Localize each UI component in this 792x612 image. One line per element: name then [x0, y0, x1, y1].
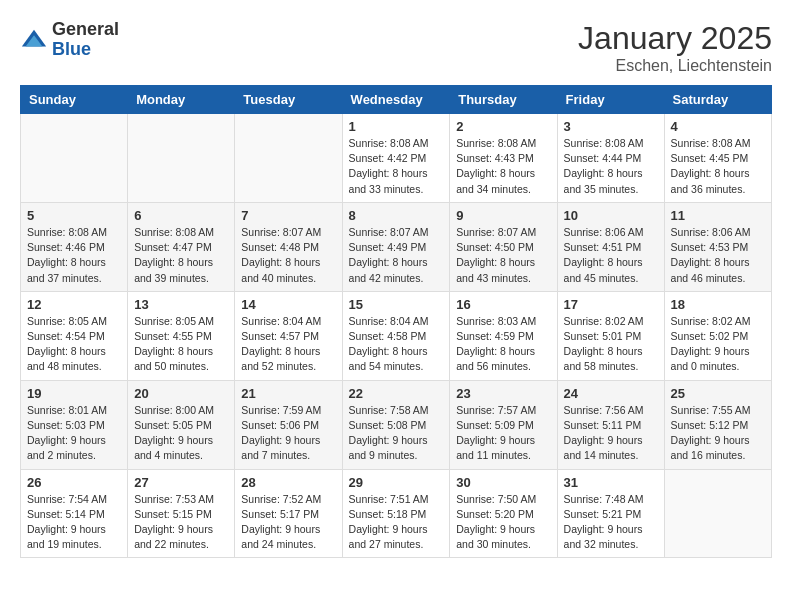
calendar-cell: 29Sunrise: 7:51 AMSunset: 5:18 PMDayligh… [342, 469, 450, 558]
month-title: January 2025 [578, 20, 772, 57]
day-info: Sunrise: 8:05 AMSunset: 4:54 PMDaylight:… [27, 314, 121, 375]
day-info: Sunrise: 7:53 AMSunset: 5:15 PMDaylight:… [134, 492, 228, 553]
calendar-cell: 14Sunrise: 8:04 AMSunset: 4:57 PMDayligh… [235, 291, 342, 380]
day-info: Sunrise: 7:54 AMSunset: 5:14 PMDaylight:… [27, 492, 121, 553]
day-number: 14 [241, 297, 335, 312]
calendar-cell: 20Sunrise: 8:00 AMSunset: 5:05 PMDayligh… [128, 380, 235, 469]
calendar-cell: 8Sunrise: 8:07 AMSunset: 4:49 PMDaylight… [342, 202, 450, 291]
day-info: Sunrise: 7:48 AMSunset: 5:21 PMDaylight:… [564, 492, 658, 553]
calendar-cell: 15Sunrise: 8:04 AMSunset: 4:58 PMDayligh… [342, 291, 450, 380]
day-info: Sunrise: 8:07 AMSunset: 4:50 PMDaylight:… [456, 225, 550, 286]
calendar-cell [21, 114, 128, 203]
logo: General Blue [20, 20, 119, 60]
day-number: 17 [564, 297, 658, 312]
calendar-cell: 31Sunrise: 7:48 AMSunset: 5:21 PMDayligh… [557, 469, 664, 558]
calendar-cell: 1Sunrise: 8:08 AMSunset: 4:42 PMDaylight… [342, 114, 450, 203]
calendar-cell: 19Sunrise: 8:01 AMSunset: 5:03 PMDayligh… [21, 380, 128, 469]
calendar-cell: 7Sunrise: 8:07 AMSunset: 4:48 PMDaylight… [235, 202, 342, 291]
calendar-cell [128, 114, 235, 203]
day-info: Sunrise: 8:07 AMSunset: 4:48 PMDaylight:… [241, 225, 335, 286]
day-info: Sunrise: 8:02 AMSunset: 5:01 PMDaylight:… [564, 314, 658, 375]
day-info: Sunrise: 7:57 AMSunset: 5:09 PMDaylight:… [456, 403, 550, 464]
day-info: Sunrise: 8:08 AMSunset: 4:47 PMDaylight:… [134, 225, 228, 286]
day-number: 20 [134, 386, 228, 401]
calendar-cell: 12Sunrise: 8:05 AMSunset: 4:54 PMDayligh… [21, 291, 128, 380]
day-number: 9 [456, 208, 550, 223]
calendar-cell: 16Sunrise: 8:03 AMSunset: 4:59 PMDayligh… [450, 291, 557, 380]
day-number: 4 [671, 119, 765, 134]
day-number: 19 [27, 386, 121, 401]
week-row-3: 12Sunrise: 8:05 AMSunset: 4:54 PMDayligh… [21, 291, 772, 380]
weekday-header-tuesday: Tuesday [235, 86, 342, 114]
day-info: Sunrise: 8:01 AMSunset: 5:03 PMDaylight:… [27, 403, 121, 464]
weekday-header-thursday: Thursday [450, 86, 557, 114]
day-number: 12 [27, 297, 121, 312]
day-info: Sunrise: 7:58 AMSunset: 5:08 PMDaylight:… [349, 403, 444, 464]
location-text: Eschen, Liechtenstein [578, 57, 772, 75]
weekday-header-saturday: Saturday [664, 86, 771, 114]
week-row-2: 5Sunrise: 8:08 AMSunset: 4:46 PMDaylight… [21, 202, 772, 291]
day-info: Sunrise: 8:06 AMSunset: 4:51 PMDaylight:… [564, 225, 658, 286]
day-info: Sunrise: 7:56 AMSunset: 5:11 PMDaylight:… [564, 403, 658, 464]
day-number: 1 [349, 119, 444, 134]
day-info: Sunrise: 7:59 AMSunset: 5:06 PMDaylight:… [241, 403, 335, 464]
day-number: 28 [241, 475, 335, 490]
day-number: 11 [671, 208, 765, 223]
day-number: 13 [134, 297, 228, 312]
logo-general-text: General [52, 19, 119, 39]
day-number: 21 [241, 386, 335, 401]
calendar-cell: 26Sunrise: 7:54 AMSunset: 5:14 PMDayligh… [21, 469, 128, 558]
day-info: Sunrise: 8:08 AMSunset: 4:44 PMDaylight:… [564, 136, 658, 197]
day-number: 25 [671, 386, 765, 401]
calendar-cell: 22Sunrise: 7:58 AMSunset: 5:08 PMDayligh… [342, 380, 450, 469]
weekday-header-monday: Monday [128, 86, 235, 114]
day-number: 7 [241, 208, 335, 223]
logo-blue-text: Blue [52, 39, 91, 59]
calendar-cell: 28Sunrise: 7:52 AMSunset: 5:17 PMDayligh… [235, 469, 342, 558]
day-info: Sunrise: 8:03 AMSunset: 4:59 PMDaylight:… [456, 314, 550, 375]
day-info: Sunrise: 7:55 AMSunset: 5:12 PMDaylight:… [671, 403, 765, 464]
calendar-cell: 2Sunrise: 8:08 AMSunset: 4:43 PMDaylight… [450, 114, 557, 203]
day-info: Sunrise: 8:07 AMSunset: 4:49 PMDaylight:… [349, 225, 444, 286]
day-number: 3 [564, 119, 658, 134]
day-number: 18 [671, 297, 765, 312]
day-number: 30 [456, 475, 550, 490]
calendar-cell: 21Sunrise: 7:59 AMSunset: 5:06 PMDayligh… [235, 380, 342, 469]
day-number: 5 [27, 208, 121, 223]
week-row-1: 1Sunrise: 8:08 AMSunset: 4:42 PMDaylight… [21, 114, 772, 203]
day-number: 22 [349, 386, 444, 401]
calendar-cell: 10Sunrise: 8:06 AMSunset: 4:51 PMDayligh… [557, 202, 664, 291]
day-number: 31 [564, 475, 658, 490]
calendar-cell: 11Sunrise: 8:06 AMSunset: 4:53 PMDayligh… [664, 202, 771, 291]
weekday-header-row: SundayMondayTuesdayWednesdayThursdayFrid… [21, 86, 772, 114]
calendar-cell: 27Sunrise: 7:53 AMSunset: 5:15 PMDayligh… [128, 469, 235, 558]
day-info: Sunrise: 8:02 AMSunset: 5:02 PMDaylight:… [671, 314, 765, 375]
day-info: Sunrise: 7:52 AMSunset: 5:17 PMDaylight:… [241, 492, 335, 553]
calendar-cell: 5Sunrise: 8:08 AMSunset: 4:46 PMDaylight… [21, 202, 128, 291]
day-info: Sunrise: 8:05 AMSunset: 4:55 PMDaylight:… [134, 314, 228, 375]
calendar-cell: 4Sunrise: 8:08 AMSunset: 4:45 PMDaylight… [664, 114, 771, 203]
day-number: 15 [349, 297, 444, 312]
calendar-cell: 9Sunrise: 8:07 AMSunset: 4:50 PMDaylight… [450, 202, 557, 291]
page-header: General Blue January 2025 Eschen, Liecht… [20, 20, 772, 75]
day-number: 6 [134, 208, 228, 223]
calendar-cell [664, 469, 771, 558]
calendar-cell: 23Sunrise: 7:57 AMSunset: 5:09 PMDayligh… [450, 380, 557, 469]
day-info: Sunrise: 8:08 AMSunset: 4:45 PMDaylight:… [671, 136, 765, 197]
week-row-4: 19Sunrise: 8:01 AMSunset: 5:03 PMDayligh… [21, 380, 772, 469]
day-number: 10 [564, 208, 658, 223]
day-info: Sunrise: 8:08 AMSunset: 4:46 PMDaylight:… [27, 225, 121, 286]
weekday-header-wednesday: Wednesday [342, 86, 450, 114]
calendar-cell: 18Sunrise: 8:02 AMSunset: 5:02 PMDayligh… [664, 291, 771, 380]
day-number: 2 [456, 119, 550, 134]
day-info: Sunrise: 8:08 AMSunset: 4:42 PMDaylight:… [349, 136, 444, 197]
day-number: 27 [134, 475, 228, 490]
calendar-cell: 25Sunrise: 7:55 AMSunset: 5:12 PMDayligh… [664, 380, 771, 469]
day-info: Sunrise: 8:04 AMSunset: 4:58 PMDaylight:… [349, 314, 444, 375]
week-row-5: 26Sunrise: 7:54 AMSunset: 5:14 PMDayligh… [21, 469, 772, 558]
day-info: Sunrise: 8:08 AMSunset: 4:43 PMDaylight:… [456, 136, 550, 197]
day-info: Sunrise: 7:51 AMSunset: 5:18 PMDaylight:… [349, 492, 444, 553]
day-number: 24 [564, 386, 658, 401]
calendar-cell: 30Sunrise: 7:50 AMSunset: 5:20 PMDayligh… [450, 469, 557, 558]
weekday-header-sunday: Sunday [21, 86, 128, 114]
